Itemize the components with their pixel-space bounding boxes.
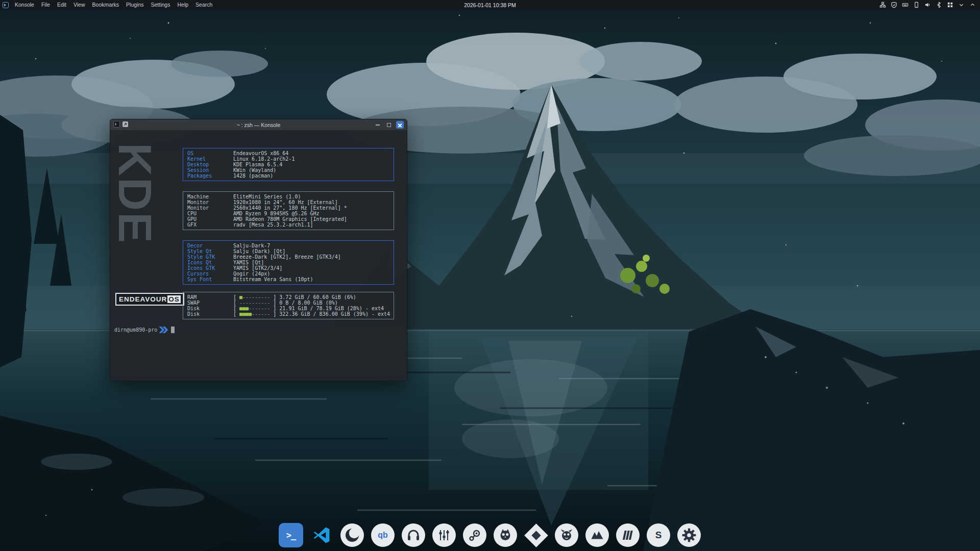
theme-info-box: DecorSalju-Dark-7 Style QtSalju (Dark) [… (183, 240, 394, 285)
dock-item-gimp[interactable] (553, 522, 580, 548)
dock-item-qbittorrent[interactable]: qb (370, 522, 396, 548)
terminal-viewport[interactable]: KDE ENDEAVOUROS OSEndeavourOS x86_64 Ker… (110, 131, 407, 381)
menu-help[interactable]: Help (174, 0, 192, 10)
menu-search[interactable]: Search (192, 0, 216, 10)
top-panel: Konsole File Edit View Bookmarks Plugins… (0, 0, 980, 10)
dock-item-s-app[interactable]: S (645, 522, 672, 548)
fetch-label: CPU (187, 211, 233, 216)
fetch-label: Decor (187, 243, 233, 248)
fetch-label: Cursors (187, 271, 233, 277)
bar-empty: --------- (242, 294, 270, 300)
chevron-down-icon[interactable] (958, 2, 965, 8)
shell-prompt[interactable]: dirn@um890-pro (114, 327, 175, 333)
dock-item-steam[interactable] (461, 522, 488, 548)
terminal-glyph: >_ (286, 530, 296, 540)
dock-item-headphones[interactable] (400, 522, 427, 548)
shield-icon[interactable] (891, 2, 897, 8)
konsole-app-icon[interactable] (3, 2, 9, 8)
volume-icon[interactable] (924, 2, 931, 8)
usage-value: 21.91 GiB / 78.19 GiB (28%) - ext4 (279, 306, 384, 311)
fetch-label: GPU (187, 216, 233, 222)
bar-close: ] (270, 294, 279, 300)
fetch-label: Machine (187, 194, 233, 199)
detach-icon[interactable] (122, 120, 129, 130)
fetch-value: KDE Plasma 6.5.4 (233, 162, 282, 167)
menu-file[interactable]: File (38, 0, 54, 10)
dock-item-owl[interactable] (492, 522, 519, 548)
minimize-icon (376, 124, 380, 126)
usage-bar: [ ■■■------- ] 21.91 GiB / 78.19 GiB (28… (233, 306, 384, 311)
dock-item-settings[interactable] (676, 522, 702, 548)
equalizer-icon (436, 528, 452, 543)
fetch-value: AMD Ryzen 9 8945HS @5.26 GHz (233, 211, 320, 216)
phone-icon[interactable] (913, 2, 920, 8)
badge-os-text: OS (167, 295, 181, 303)
konsole-window: ~ : zsh — Konsole KDE ENDEAVOUROS OSEnde… (110, 119, 407, 381)
dock-item-vscode[interactable] (308, 522, 335, 548)
fetch-label: Packages (187, 173, 233, 179)
inkscape-icon (524, 523, 548, 547)
fetch-label: Monitor (187, 199, 233, 205)
chevron-up-icon[interactable] (969, 2, 976, 8)
fetch-label: Disk (187, 306, 233, 311)
titlebar[interactable]: ~ : zsh — Konsole (110, 119, 407, 131)
close-button[interactable] (396, 121, 404, 129)
bar-close: ] (270, 300, 279, 306)
usage-bar: [ ---------- ] 0 B / 8.00 GiB (0%) (233, 300, 338, 306)
usage-bar: [ ■--------- ] 3.72 GiB / 60.60 GiB (6%) (233, 294, 356, 300)
menu-view[interactable]: View (70, 0, 89, 10)
bar-open: [ (233, 294, 239, 300)
bar-filled: ■■■■ (239, 311, 252, 317)
fetch-label: Icons Qt (187, 260, 233, 265)
dock-item-equalizer[interactable] (431, 522, 457, 548)
menu-edit[interactable]: Edit (54, 0, 70, 10)
network-icon[interactable] (879, 2, 886, 8)
menu-plugins[interactable]: Plugins (122, 0, 147, 10)
fetch-label: Desktop (187, 162, 233, 167)
system-tray (879, 2, 980, 8)
window-icon[interactable] (113, 120, 120, 130)
owl-icon (498, 528, 513, 543)
keyboard-icon[interactable] (902, 2, 909, 8)
gimp-icon (559, 528, 574, 543)
prompt-user: dirn@um890-pro (114, 327, 157, 333)
fetch-value: Qogir (24px) (233, 271, 270, 277)
badge-text: ENDEAVOUR (119, 295, 167, 303)
dock-item-konsole[interactable]: >_ (278, 522, 304, 548)
dock-item-mountain[interactable] (584, 522, 610, 548)
dock-item-kdenlive[interactable] (615, 522, 641, 548)
headphones-icon (406, 528, 421, 543)
fetch-value: EliteMini Series (1.0) (233, 194, 301, 199)
terminal-icon: >_ (279, 523, 303, 547)
menu-bookmarks[interactable]: Bookmarks (89, 0, 123, 10)
bar-filled: ■■■ (239, 306, 249, 311)
fetch-value: Salju-Dark-7 (233, 243, 270, 248)
fetch-label: Style Qt (187, 248, 233, 254)
terminal-cursor (171, 327, 175, 333)
dock-item-inkscape[interactable] (523, 522, 549, 548)
menu-konsole[interactable]: Konsole (11, 0, 38, 10)
kde-ascii-logo: KDE (112, 143, 156, 244)
fastfetch-output: OSEndeavourOS x86_64 KernelLinux 6.18.2-… (183, 148, 394, 319)
maximize-button[interactable] (385, 121, 393, 129)
usage-value: 322.36 GiB / 836.00 GiB (39%) - ext4 (279, 311, 390, 317)
system-info-box: OSEndeavourOS x86_64 KernelLinux 6.18.2-… (183, 148, 394, 181)
vscode-icon (312, 525, 331, 545)
dock-item-crescent-browser[interactable] (339, 522, 365, 548)
grid-icon[interactable] (947, 2, 953, 8)
inkscape-inner (531, 531, 541, 540)
minimize-button[interactable] (374, 121, 381, 129)
mountain-icon (590, 528, 605, 543)
bar-open: [ (233, 306, 239, 311)
bluetooth-icon[interactable] (936, 2, 942, 8)
menu-settings[interactable]: Settings (148, 0, 174, 10)
fetch-value: Bitstream Vera Sans (10pt) (233, 277, 313, 282)
s-app-icon: S (655, 530, 662, 541)
fetch-label: Session (187, 167, 233, 173)
digital-clock[interactable]: 2026-01-01 10:38 PM (464, 2, 516, 8)
usage-value: 3.72 GiB / 60.60 GiB (6%) (279, 294, 356, 300)
bar-open: [ (233, 300, 239, 306)
fetch-value: 1428 (pacman) (233, 173, 273, 179)
kdenlive-icon (620, 528, 635, 543)
fetch-label: Disk (187, 311, 233, 317)
